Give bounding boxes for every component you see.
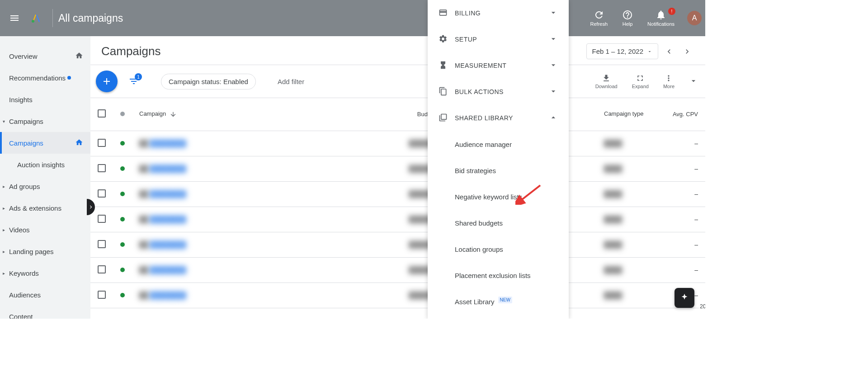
- date-prev-button[interactable]: [662, 44, 676, 59]
- tools-section-setup[interactable]: SETUP: [428, 26, 569, 52]
- avg-cpv-value: –: [694, 292, 698, 299]
- sidebar-item-campaigns[interactable]: Campaigns: [0, 110, 90, 132]
- tools-subitem-location-groups[interactable]: Location groups: [428, 236, 569, 262]
- tools-subitem-bid-strategies[interactable]: Bid strategies: [428, 157, 569, 184]
- status-dot-icon[interactable]: [120, 242, 125, 247]
- page-title: Campaigns: [101, 44, 161, 58]
- expand-button[interactable]: Expand: [628, 74, 652, 89]
- chevron-down-icon: [549, 61, 558, 71]
- sidebar-item-label: Insights: [9, 96, 33, 104]
- svg-point-0: [32, 20, 34, 23]
- chevron-down-icon: [549, 8, 558, 19]
- sidebar-item-campaigns[interactable]: Campaigns: [0, 132, 90, 154]
- campaign-icon-blur: ██: [139, 165, 148, 172]
- date-range-selector[interactable]: Feb 1 – 12, 2022: [586, 43, 658, 59]
- tools-subitem-asset-library[interactable]: Asset LibraryNEW: [428, 288, 569, 315]
- more-button[interactable]: More: [660, 74, 678, 89]
- status-dot-icon[interactable]: [120, 192, 125, 196]
- tools-section-shared-library[interactable]: SHARED LIBRARY: [428, 105, 569, 131]
- avg-cpv-value: –: [694, 266, 698, 273]
- status-header-icon[interactable]: [120, 112, 125, 116]
- sidebar-item-label: Recommendations: [9, 74, 66, 82]
- tools-subitem-audience-manager[interactable]: Audience manager: [428, 131, 569, 157]
- date-next-button[interactable]: [680, 44, 694, 59]
- toolbar: 1 Campaign status: Enabled Add filter Do…: [90, 65, 705, 98]
- table-row[interactable]: ██ ██████████████████–: [90, 181, 705, 207]
- tools-section-measurement[interactable]: MEASUREMENT: [428, 52, 569, 79]
- add-filter-button[interactable]: Add filter: [278, 78, 304, 85]
- sidebar-item-videos[interactable]: Videos: [0, 219, 90, 240]
- sidebar-item-audiences[interactable]: Audiences: [0, 284, 90, 306]
- campaign-type-blur: ████: [604, 165, 622, 172]
- row-checkbox[interactable]: [98, 164, 106, 172]
- table-row[interactable]: ██ ██████████████████–: [90, 131, 705, 156]
- filter-button[interactable]: 1: [125, 72, 143, 90]
- status-dot-icon[interactable]: [120, 293, 125, 297]
- chevron-up-icon: [549, 113, 558, 123]
- sidebar-item-landing-pages[interactable]: Landing pages: [0, 240, 90, 262]
- status-dot-icon[interactable]: [120, 166, 125, 171]
- sidebar-item-recommendations[interactable]: Recommendations: [0, 67, 90, 89]
- row-checkbox[interactable]: [98, 215, 106, 223]
- campaign-name-blur: ████████: [150, 165, 186, 172]
- select-all-checkbox[interactable]: [98, 109, 106, 118]
- col-campaign-type[interactable]: Campaign type: [604, 110, 643, 117]
- sidebar-item-label: Ad groups: [9, 183, 40, 190]
- sidebar-item-label: Landing pages: [9, 248, 53, 255]
- tools-section-title: MEASUREMENT: [455, 62, 506, 69]
- help-button[interactable]: Help: [617, 9, 638, 27]
- sidebar-item-label: Videos: [9, 226, 30, 234]
- campaign-icon-blur: ██: [139, 190, 148, 198]
- avg-cpv-value: –: [694, 165, 698, 172]
- col-campaign[interactable]: Campaign: [139, 110, 166, 117]
- tools-subitem-placement-exclusion-lists[interactable]: Placement exclusion lists: [428, 262, 569, 288]
- sidebar-item-keywords[interactable]: Keywords: [0, 262, 90, 284]
- sidebar-item-overview[interactable]: Overview: [0, 45, 90, 67]
- toolbar-collapse-button[interactable]: [685, 76, 702, 87]
- status-dot-icon[interactable]: [120, 217, 125, 221]
- table-row[interactable]: ██ ██████████████████–: [90, 207, 705, 232]
- gear-icon: [439, 34, 448, 45]
- campaign-name-blur: ████████: [150, 292, 186, 299]
- avg-cpv-value: –: [694, 241, 698, 248]
- table-row[interactable]: ██ ██████████████████–: [90, 232, 705, 257]
- add-campaign-button[interactable]: [96, 71, 118, 92]
- row-checkbox[interactable]: [98, 265, 106, 273]
- avg-cpv-value: –: [694, 190, 698, 198]
- sidebar-item-insights[interactable]: Insights: [0, 89, 90, 110]
- tools-subitem-negative-keyword-lists[interactable]: Negative keyword lists: [428, 184, 569, 210]
- sidebar-item-auction-insights[interactable]: Auction insights: [0, 154, 90, 175]
- tools-section-billing[interactable]: BILLING: [428, 0, 569, 26]
- status-dot-icon[interactable]: [120, 268, 125, 272]
- sidebar-item-ads-extensions[interactable]: Ads & extensions: [0, 197, 90, 219]
- col-avg-cpv[interactable]: Avg. CPV: [673, 111, 698, 118]
- row-checkbox[interactable]: [98, 240, 106, 248]
- tools-subitem-shared-budgets[interactable]: Shared budgets: [428, 210, 569, 236]
- sidebar-item-content[interactable]: Content: [0, 306, 90, 319]
- sidebar-item-label: Auction insights: [17, 161, 65, 169]
- table-row[interactable]: ██ ██████████████████–: [90, 283, 705, 308]
- sidebar-item-label: Keywords: [9, 269, 39, 277]
- status-dot-icon[interactable]: [120, 141, 125, 146]
- campaign-type-blur: ████: [604, 241, 622, 248]
- campaign-icon-blur: ██: [139, 140, 148, 147]
- account-avatar[interactable]: A: [687, 11, 702, 25]
- assistant-fab[interactable]: [675, 288, 694, 308]
- campaign-icon-blur: ██: [139, 292, 148, 299]
- row-checkbox[interactable]: [98, 139, 106, 147]
- sidebar-item-label: Overview: [9, 52, 38, 60]
- sidebar-item-ad-groups[interactable]: Ad groups: [0, 175, 90, 197]
- table-row[interactable]: ██ ██████████████████–: [90, 156, 705, 181]
- filter-chip-status[interactable]: Campaign status: Enabled: [161, 74, 256, 90]
- tools-section-bulk-actions[interactable]: BULK ACTIONS: [428, 79, 569, 105]
- table-row[interactable]: ██ ██████████████████–: [90, 257, 705, 283]
- sort-arrow-icon: [170, 110, 177, 118]
- notifications-button[interactable]: ! Notifications: [642, 9, 680, 27]
- hourglass-icon: [439, 61, 448, 71]
- refresh-button[interactable]: Refresh: [585, 9, 613, 27]
- row-checkbox[interactable]: [98, 189, 106, 198]
- menu-button[interactable]: [4, 7, 25, 29]
- download-button[interactable]: Download: [592, 74, 621, 89]
- row-checkbox[interactable]: [98, 291, 106, 299]
- tools-section-title: SHARED LIBRARY: [455, 114, 513, 122]
